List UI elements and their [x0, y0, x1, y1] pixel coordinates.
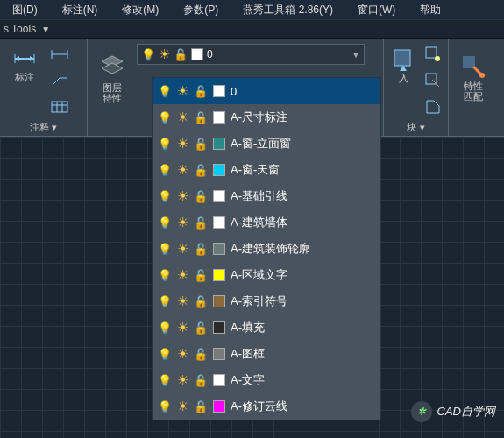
bulb-icon: 💡 [158, 374, 172, 387]
menu-item[interactable]: 燕秀工具箱 2.86(Y) [231, 0, 345, 19]
block-panel-title[interactable]: 块 ▾ [391, 117, 441, 134]
sun-icon: ☀ [177, 83, 188, 99]
linear-dim-button[interactable] [49, 44, 70, 65]
bulb-icon: 💡 [158, 190, 172, 203]
lock-icon: 🔓 [194, 164, 208, 177]
menu-item[interactable]: 标注(N) [50, 0, 110, 19]
sun-icon: ☀ [177, 215, 188, 230]
sun-icon: ☀ [177, 162, 188, 178]
layer-name: A-修订云线 [231, 399, 287, 414]
layer-dropdown-item[interactable]: 💡☀🔓A-修订云线 [153, 393, 380, 420]
color-swatch [213, 348, 225, 360]
dimension-label: 标注 [15, 72, 34, 82]
chevron-down-icon[interactable]: ▼ [41, 25, 50, 34]
sun-icon: ☀ [177, 241, 188, 257]
menu-item[interactable]: 参数(P) [171, 0, 231, 19]
bulb-icon: 💡 [158, 243, 172, 256]
sun-icon: ☀ [177, 267, 188, 283]
menu-bar: 图(D)标注(N)修改(M)参数(P)燕秀工具箱 2.86(Y)窗口(W)帮助 [0, 0, 504, 19]
edit-block-button[interactable] [422, 70, 444, 91]
layer-name: A-填充 [231, 320, 265, 336]
menu-item[interactable]: 修改(M) [110, 0, 171, 19]
dimension-button[interactable]: 标注 [7, 44, 42, 86]
bulb-icon: 💡 [158, 295, 172, 308]
layer-dropdown-item[interactable]: 💡☀🔓A-图框 [153, 341, 380, 367]
layer-dropdown-item[interactable]: 💡☀🔓A-区域文字 [153, 262, 380, 288]
svg-point-14 [435, 56, 440, 61]
layer-dropdown-item[interactable]: 💡☀🔓A-建筑墙体 [153, 209, 380, 236]
layer-dropdown-item[interactable]: 💡☀🔓A-填充 [153, 314, 380, 341]
bulb-icon: 💡 [158, 400, 172, 413]
menu-item[interactable]: 图(D) [0, 0, 50, 19]
svg-rect-12 [394, 50, 410, 66]
layer-dropdown-item[interactable]: 💡☀🔓0 [153, 78, 380, 104]
svg-rect-16 [463, 56, 475, 68]
layer-dropdown-item[interactable]: 💡☀🔓A-窗-天窗 [153, 157, 380, 183]
leader-icon [51, 74, 68, 87]
edit-icon [425, 73, 441, 88]
svg-rect-8 [52, 102, 67, 112]
table-button[interactable] [49, 96, 70, 117]
lock-icon: 🔓 [194, 348, 208, 361]
menu-item[interactable]: 帮助 [408, 0, 453, 19]
leader-button[interactable] [49, 70, 70, 91]
layer-name: A-区域文字 [231, 267, 287, 283]
lock-icon: 🔓 [194, 216, 208, 230]
svg-marker-4 [30, 56, 34, 61]
bulb-icon: 💡 [158, 216, 172, 230]
color-swatch [213, 243, 225, 255]
sun-icon: ☀ [159, 46, 170, 62]
layer-dropdown-item[interactable]: 💡☀🔓A-索引符号 [153, 288, 380, 314]
svg-rect-13 [426, 47, 437, 58]
layer-selector[interactable]: 💡 ☀ 🔓 0 ▼ [137, 44, 365, 65]
annotate-panel-title[interactable]: 注释 ▾ [7, 117, 80, 134]
color-swatch [213, 85, 225, 97]
color-swatch [213, 164, 225, 176]
layer-props-label: 图层 特性 [103, 82, 122, 103]
layer-name: A-窗-立面窗 [231, 136, 291, 152]
lock-icon: 🔓 [194, 321, 208, 335]
lock-icon: 🔓 [194, 374, 208, 387]
layer-dropdown-item[interactable]: 💡☀🔓A-文字 [153, 367, 380, 393]
color-swatch [213, 400, 225, 413]
bulb-icon: 💡 [158, 138, 172, 151]
bulb-icon: 💡 [158, 269, 172, 282]
bulb-icon: 💡 [158, 348, 172, 361]
layer-name: A-基础引线 [231, 188, 287, 204]
color-swatch [213, 295, 225, 307]
insert-block-icon [391, 46, 415, 71]
color-swatch [213, 321, 225, 334]
layer-name: A-窗-天窗 [231, 162, 280, 178]
wechat-icon: ✲ [411, 401, 432, 422]
color-swatch [213, 111, 225, 124]
tools-row: s Tools ▼ [0, 19, 504, 39]
layer-dropdown-item[interactable]: 💡☀🔓A-窗-立面窗 [153, 131, 380, 157]
layer-dropdown-item[interactable]: 💡☀🔓A-建筑装饰轮廓 [153, 236, 380, 262]
color-swatch [213, 190, 225, 202]
match-props-button[interactable]: 特性 匹配 [456, 44, 491, 112]
menu-item[interactable]: 窗口(W) [345, 0, 408, 19]
sun-icon: ☀ [177, 110, 188, 125]
create-block-button[interactable] [422, 44, 444, 65]
sun-icon: ☀ [177, 372, 188, 388]
bulb-icon: 💡 [158, 164, 172, 177]
attr-button[interactable] [422, 96, 444, 117]
linear-icon [51, 48, 68, 60]
insert-button[interactable]: 入 [391, 44, 415, 86]
watermark-text: CAD自学网 [437, 404, 495, 420]
sun-icon: ☀ [177, 346, 188, 362]
layer-dropdown-item[interactable]: 💡☀🔓A-尺寸标注 [153, 104, 380, 131]
color-swatch [213, 216, 225, 229]
lock-icon: 🔓 [174, 48, 188, 61]
layer-properties-button[interactable]: 图层 特性 [95, 44, 130, 112]
layer-dropdown-item[interactable]: 💡☀🔓A-基础引线 [153, 183, 380, 209]
lock-icon: 🔓 [194, 111, 208, 124]
lock-icon: 🔓 [194, 295, 208, 308]
insert-label: 入 [399, 73, 408, 83]
layer-color-swatch [191, 48, 203, 60]
tools-label: s Tools [4, 23, 36, 35]
color-swatch [213, 269, 225, 281]
sun-icon: ☀ [177, 399, 188, 414]
svg-point-17 [479, 73, 485, 78]
layer-name: A-文字 [231, 372, 265, 388]
